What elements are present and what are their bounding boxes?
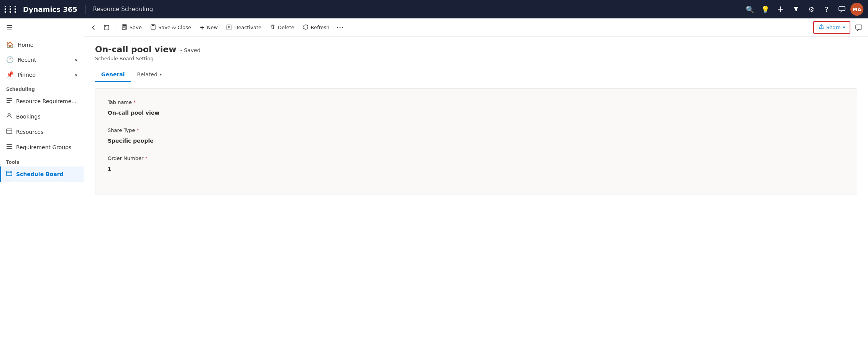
field-tab-name: Tab name * On-call pool view: [108, 99, 845, 118]
order-number-required-marker: *: [145, 155, 148, 161]
recent-icon: 🕐: [6, 56, 14, 63]
more-options-button[interactable]: ···: [334, 21, 346, 34]
sidebar-item-schedule-board[interactable]: Schedule Board: [0, 166, 84, 182]
share-icon: [819, 24, 824, 31]
refresh-icon: [303, 24, 308, 31]
field-order-number: Order Number * 1: [108, 155, 845, 174]
pinned-chevron-icon: ∨: [74, 72, 78, 77]
field-tab-name-label: Tab name *: [108, 99, 845, 105]
sidebar-item-home-label: Home: [18, 42, 33, 48]
tab-name-value: On-call pool view: [108, 107, 845, 118]
save-button[interactable]: Save: [118, 22, 146, 33]
share-chevron-icon: ▾: [843, 25, 845, 30]
section-scheduling-label: Scheduling: [0, 82, 84, 94]
share-type-required-marker: *: [137, 127, 139, 133]
field-share-type-label: Share Type *: [108, 127, 845, 133]
home-icon: 🏠: [6, 41, 14, 48]
svg-rect-2: [839, 7, 845, 11]
resources-icon: [6, 128, 12, 136]
tab-name-required-marker: *: [133, 99, 136, 105]
form-title-row: On-call pool view - Saved: [95, 44, 857, 54]
svg-rect-16: [104, 25, 109, 30]
feedback-icon[interactable]: [835, 2, 849, 16]
sidebar-item-schedule-board-label: Schedule Board: [16, 171, 64, 177]
tab-related-label: Related: [137, 71, 158, 77]
deactivate-button[interactable]: Deactivate: [222, 22, 265, 33]
order-number-value: 1: [108, 163, 845, 174]
new-button[interactable]: + New: [196, 21, 222, 33]
sidebar-item-home[interactable]: 🏠 Home: [0, 37, 84, 52]
sidebar-item-resources[interactable]: Resources: [0, 124, 84, 140]
req-groups-icon: [6, 143, 12, 151]
form-saved-status: - Saved: [180, 47, 200, 53]
refresh-label: Refresh: [311, 25, 330, 30]
svg-rect-11: [7, 148, 12, 149]
refresh-button[interactable]: Refresh: [299, 22, 333, 33]
delete-label: Delete: [278, 25, 294, 30]
recent-chevron-icon: ∨: [74, 57, 78, 63]
tab-general-label: General: [101, 71, 125, 77]
sidebar-item-pinned[interactable]: 📌 Pinned ∨: [0, 67, 84, 82]
filter-icon[interactable]: [789, 2, 803, 16]
svg-rect-7: [7, 129, 12, 133]
svg-point-6: [8, 114, 10, 116]
app-module-name: Resource Scheduling: [93, 6, 153, 13]
content-area: Save Save & Close + New Deactivate: [84, 18, 868, 364]
top-nav-icons: 🔍 💡 ⚙ ? MA: [743, 2, 863, 16]
sidebar-item-req-groups-label: Requirement Groups: [16, 144, 71, 150]
deactivate-icon: [226, 24, 232, 31]
pinned-icon: 📌: [6, 71, 14, 78]
app-grid-icon[interactable]: [5, 6, 18, 13]
sidebar-item-bookings[interactable]: Bookings: [0, 109, 84, 124]
form-area: On-call pool view - Saved Schedule Board…: [84, 37, 868, 364]
sidebar-item-pinned-label: Pinned: [18, 72, 36, 78]
share-button[interactable]: Share ▾: [813, 21, 850, 34]
expand-button[interactable]: [100, 21, 113, 34]
svg-rect-4: [7, 100, 12, 101]
sidebar-item-resources-label: Resources: [16, 129, 44, 135]
back-button[interactable]: [87, 21, 100, 34]
svg-rect-12: [7, 171, 12, 176]
section-tools-label: Tools: [0, 155, 84, 166]
deactivate-label: Deactivate: [234, 25, 261, 30]
resource-req-icon: [6, 97, 12, 105]
nav-divider: [85, 5, 85, 14]
main-layout: ☰ 🏠 Home 🕐 Recent ∨ 📌 Pinned ∨ Schedulin…: [0, 18, 868, 364]
delete-button[interactable]: Delete: [266, 22, 298, 33]
bookings-icon: [6, 113, 12, 120]
form-tabs: General Related ▾: [95, 68, 857, 82]
search-icon[interactable]: 🔍: [743, 2, 757, 16]
save-icon: [121, 24, 127, 31]
sidebar-item-requirement-groups[interactable]: Requirement Groups: [0, 140, 84, 155]
form-card: Tab name * On-call pool view Share Type …: [95, 88, 857, 194]
sidebar: ☰ 🏠 Home 🕐 Recent ∨ 📌 Pinned ∨ Schedulin…: [0, 18, 84, 364]
svg-rect-25: [856, 25, 862, 29]
new-plus-icon: +: [200, 24, 205, 31]
brand-name: Dynamics 365: [23, 5, 77, 13]
svg-rect-9: [7, 144, 12, 145]
svg-rect-10: [7, 146, 12, 147]
sidebar-item-recent[interactable]: 🕐 Recent ∨: [0, 52, 84, 67]
svg-rect-5: [7, 102, 10, 103]
tab-related[interactable]: Related ▾: [131, 68, 168, 82]
settings-icon[interactable]: ⚙: [804, 2, 818, 16]
plus-icon[interactable]: [774, 2, 788, 16]
sidebar-item-resource-requirements[interactable]: Resource Requireme...: [0, 94, 84, 109]
user-avatar[interactable]: MA: [850, 3, 863, 16]
lightbulb-icon[interactable]: 💡: [758, 2, 772, 16]
sidebar-item-bookings-label: Bookings: [16, 114, 41, 120]
related-chevron-icon: ▾: [160, 72, 162, 77]
field-order-number-label: Order Number *: [108, 155, 845, 161]
svg-rect-18: [123, 25, 126, 26]
save-close-label: Save & Close: [158, 25, 191, 30]
delete-icon: [270, 24, 276, 31]
tab-general[interactable]: General: [95, 68, 131, 82]
svg-rect-19: [123, 28, 126, 29]
chat-button[interactable]: [853, 21, 865, 34]
top-nav: Dynamics 365 Resource Scheduling 🔍 💡 ⚙ ?…: [0, 0, 868, 18]
hamburger-menu[interactable]: ☰: [0, 18, 84, 37]
svg-rect-21: [152, 25, 154, 26]
sidebar-item-resource-req-label: Resource Requireme...: [16, 98, 77, 104]
save-close-button[interactable]: Save & Close: [146, 22, 195, 33]
help-icon[interactable]: ?: [820, 2, 834, 16]
